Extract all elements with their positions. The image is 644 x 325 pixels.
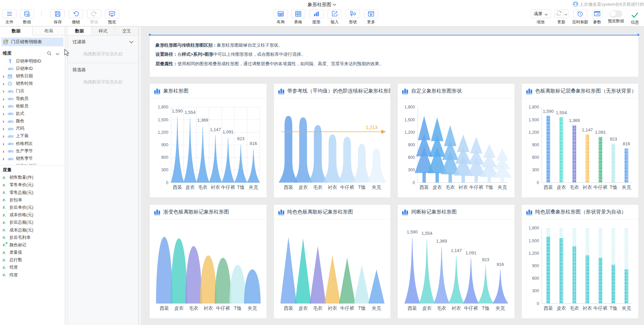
svg-text:T恤: T恤 (358, 305, 366, 311)
svg-text:西装: 西装 (408, 305, 417, 311)
svg-text:1,091: 1,091 (466, 250, 477, 255)
svg-text:600: 600 (161, 155, 168, 160)
svg-text:T恤: T恤 (610, 184, 617, 190)
svg-text:T恤: T恤 (234, 305, 242, 311)
svg-text:600: 600 (532, 276, 539, 281)
svg-text:牛仔裤: 牛仔裤 (340, 305, 354, 311)
svg-text:衬衣: 衬衣 (328, 305, 337, 311)
svg-text:900: 900 (532, 142, 539, 147)
svg-text:900: 900 (532, 263, 539, 268)
svg-text:600: 600 (408, 155, 415, 160)
svg-text:T恤: T恤 (485, 184, 493, 190)
svg-text:皮衣: 皮衣 (298, 184, 308, 190)
svg-text:300: 300 (532, 289, 539, 293)
svg-text:1,800: 1,800 (528, 105, 539, 109)
svg-text:皮衣: 皮衣 (185, 184, 195, 190)
svg-text:皮衣: 皮衣 (422, 305, 432, 311)
svg-text:皮衣: 皮衣 (432, 184, 442, 190)
svg-text:西装: 西装 (419, 184, 429, 190)
svg-text:牛仔裤: 牛仔裤 (593, 184, 607, 190)
svg-text:夹克: 夹克 (496, 305, 505, 311)
svg-text:毛衣: 毛衣 (313, 184, 323, 190)
svg-text:1,500: 1,500 (528, 117, 539, 122)
svg-text:牛仔裤: 牛仔裤 (464, 305, 478, 311)
svg-text:1,369: 1,369 (436, 239, 447, 244)
svg-text:1,213: 1,213 (365, 124, 377, 130)
svg-text:1,200: 1,200 (528, 251, 539, 255)
svg-text:1,147: 1,147 (451, 248, 462, 253)
svg-text:1,500: 1,500 (404, 117, 415, 122)
svg-text:1,800: 1,800 (528, 226, 539, 230)
svg-text:1,369: 1,369 (569, 118, 580, 123)
svg-text:牛仔裤: 牛仔裤 (216, 305, 230, 311)
svg-text:300: 300 (408, 168, 415, 172)
svg-text:1,147: 1,147 (582, 127, 593, 132)
svg-text:T恤: T恤 (610, 305, 617, 311)
svg-text:816: 816 (623, 141, 630, 146)
svg-text:1,200: 1,200 (158, 130, 168, 134)
svg-text:1,500: 1,500 (158, 117, 168, 122)
svg-text:1,091: 1,091 (223, 129, 234, 134)
svg-text:1,147: 1,147 (210, 127, 221, 132)
svg-text:毛衣: 毛衣 (446, 184, 455, 190)
svg-text:牛仔裤: 牛仔裤 (221, 184, 235, 190)
svg-text:夹克: 夹克 (372, 305, 381, 311)
svg-text:0: 0 (413, 180, 415, 185)
svg-text:衬衣: 衬衣 (583, 305, 592, 311)
svg-text:1,091: 1,091 (595, 129, 606, 134)
svg-text:皮衣: 皮衣 (298, 305, 308, 311)
svg-text:900: 900 (408, 142, 415, 147)
svg-text:1,590: 1,590 (172, 108, 183, 113)
svg-text:923: 923 (482, 257, 489, 262)
svg-text:1,554: 1,554 (421, 231, 432, 236)
svg-text:300: 300 (532, 168, 539, 172)
svg-text:衬衣: 衬衣 (452, 305, 461, 311)
svg-text:衬衣: 衬衣 (458, 184, 468, 190)
svg-text:T恤: T恤 (237, 184, 245, 190)
svg-text:0: 0 (166, 180, 168, 185)
svg-text:皮衣: 皮衣 (556, 305, 566, 311)
svg-text:毛衣: 毛衣 (189, 305, 198, 311)
svg-text:夹克: 夹克 (372, 184, 381, 190)
svg-text:0: 0 (537, 180, 539, 185)
svg-text:1,554: 1,554 (185, 110, 196, 115)
svg-text:1,800: 1,800 (404, 105, 415, 109)
svg-text:夹克: 夹克 (621, 305, 631, 311)
svg-text:西装: 西装 (284, 305, 293, 311)
svg-text:皮衣: 皮衣 (174, 305, 184, 311)
svg-text:1,200: 1,200 (404, 130, 415, 134)
svg-text:西装: 西装 (160, 305, 169, 311)
svg-text:西装: 西装 (543, 305, 553, 311)
svg-text:衬衣: 衬衣 (204, 305, 213, 311)
svg-text:牛仔裤: 牛仔裤 (593, 305, 607, 311)
svg-text:衬衣: 衬衣 (328, 184, 337, 190)
svg-text:牛仔裤: 牛仔裤 (469, 184, 483, 190)
svg-text:夹克: 夹克 (249, 184, 258, 190)
svg-text:毛衣: 毛衣 (437, 305, 446, 311)
svg-text:夹克: 夹克 (248, 305, 257, 311)
svg-text:600: 600 (532, 155, 539, 160)
svg-text:300: 300 (161, 168, 168, 172)
svg-text:923: 923 (237, 136, 245, 141)
svg-text:皮衣: 皮衣 (556, 184, 566, 190)
svg-text:T恤: T恤 (358, 184, 366, 190)
svg-text:衬衣: 衬衣 (211, 184, 220, 190)
svg-text:西装: 西装 (284, 184, 293, 190)
svg-text:816: 816 (250, 141, 257, 146)
svg-text:900: 900 (161, 142, 168, 147)
svg-text:西装: 西装 (173, 184, 182, 190)
svg-text:毛衣: 毛衣 (569, 184, 579, 190)
svg-text:x: x (595, 13, 597, 16)
svg-text:1,369: 1,369 (197, 118, 208, 123)
svg-text:923: 923 (610, 136, 617, 142)
svg-text:毛衣: 毛衣 (198, 184, 207, 190)
svg-text:816: 816 (497, 261, 504, 267)
svg-text:夹克: 夹克 (621, 184, 631, 190)
svg-text:牛仔裤: 牛仔裤 (340, 184, 354, 190)
svg-text:0: 0 (537, 301, 539, 306)
svg-text:1,590: 1,590 (407, 229, 418, 234)
svg-text:1,200: 1,200 (528, 130, 539, 134)
svg-text:毛衣: 毛衣 (569, 305, 579, 311)
svg-text:夹克: 夹克 (498, 184, 507, 190)
svg-text:T恤: T恤 (482, 305, 489, 311)
